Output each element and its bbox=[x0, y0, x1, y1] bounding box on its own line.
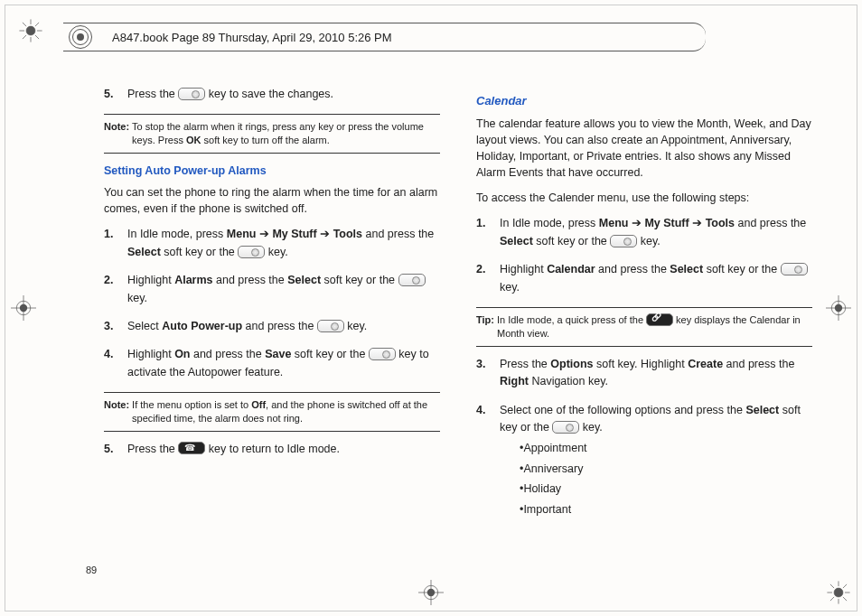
svg-line-16 bbox=[843, 584, 847, 588]
svg-point-0 bbox=[26, 26, 35, 35]
calendar-intro-2: To access the Calender menu, use the fol… bbox=[476, 190, 812, 206]
ok-key-icon bbox=[398, 274, 426, 286]
ok-key-icon bbox=[178, 88, 205, 100]
cal-step-4: 4. Select one of the following options a… bbox=[476, 402, 812, 521]
svg-line-8 bbox=[23, 35, 26, 39]
note-stop-alarm: Note: To stop the alarm when it rings, p… bbox=[104, 114, 440, 154]
bullet-holiday: Holiday bbox=[520, 481, 812, 498]
header-framemaker-icon bbox=[69, 25, 92, 49]
cal-step-3: 3. Press the Options soft key. Highlight… bbox=[476, 356, 812, 391]
ok-key-icon bbox=[781, 263, 808, 275]
heading-auto-powerup: Setting Auto Power-up Alarms bbox=[104, 163, 440, 179]
registration-mark-bottom bbox=[418, 580, 444, 605]
options-bullets: Appointment Anniversary Holiday Importan… bbox=[520, 440, 812, 518]
step-5-save: 5. Press the key to save the changes. bbox=[104, 86, 440, 103]
link-key-icon bbox=[646, 313, 673, 326]
svg-point-9 bbox=[834, 588, 843, 597]
heading-calendar: Calendar bbox=[476, 93, 812, 110]
ok-key-icon bbox=[369, 348, 396, 360]
left-column: 5. Press the key to save the changes. No… bbox=[104, 86, 440, 562]
ok-key-icon bbox=[552, 421, 579, 434]
ok-key-icon bbox=[610, 235, 637, 247]
calendar-intro-1: The calendar feature allows you to view … bbox=[476, 116, 812, 182]
cal-step-2: 2. Highlight Calendar and press the Sele… bbox=[476, 261, 812, 296]
right-column: Calendar The calendar feature allows you… bbox=[476, 86, 812, 562]
svg-line-17 bbox=[830, 597, 834, 601]
bullet-important: Important bbox=[520, 501, 812, 518]
intro-auto-powerup: You can set the phone to ring the alarm … bbox=[104, 184, 440, 217]
svg-line-7 bbox=[35, 23, 39, 26]
crop-mark-sun-bottom-right bbox=[826, 580, 851, 605]
header-text: A847.book Page 89 Thursday, April 29, 20… bbox=[112, 24, 392, 51]
ok-key-icon bbox=[238, 246, 265, 258]
svg-line-5 bbox=[23, 23, 26, 26]
svg-line-15 bbox=[843, 597, 847, 601]
page-header: A847.book Page 89 Thursday, April 29, 20… bbox=[63, 23, 799, 50]
crop-mark-sun-top-left bbox=[18, 18, 43, 43]
note-off-no-ring: Note: If the menu option is set to Off, … bbox=[104, 392, 440, 432]
cal-step-1: 1. In Idle mode, press Menu ➔ My Stuff ➔… bbox=[476, 215, 812, 250]
svg-line-6 bbox=[35, 35, 39, 39]
step-5-return: 5. Press the key to return to Idle mode. bbox=[104, 441, 440, 458]
tip-quick-calendar: Tip: In Idle mode, a quick press of the … bbox=[476, 307, 812, 347]
step-1: 1. In Idle mode, press Menu ➔ My Stuff ➔… bbox=[104, 226, 440, 261]
step-4: 4. Highlight On and press the Save soft … bbox=[104, 346, 440, 381]
bullet-anniversary: Anniversary bbox=[520, 461, 812, 478]
step-2: 2. Highlight Alarms and press the Select… bbox=[104, 272, 440, 307]
registration-mark-right bbox=[826, 295, 851, 321]
end-key-icon bbox=[178, 442, 205, 454]
step-3: 3. Select Auto Power-up and press the ke… bbox=[104, 318, 440, 335]
ok-key-icon bbox=[317, 320, 344, 332]
svg-line-14 bbox=[830, 584, 834, 588]
bullet-appointment: Appointment bbox=[520, 440, 812, 457]
page-body: 5. Press the key to save the changes. No… bbox=[104, 86, 812, 562]
page-number: 89 bbox=[86, 565, 97, 575]
registration-mark-left bbox=[11, 295, 36, 321]
